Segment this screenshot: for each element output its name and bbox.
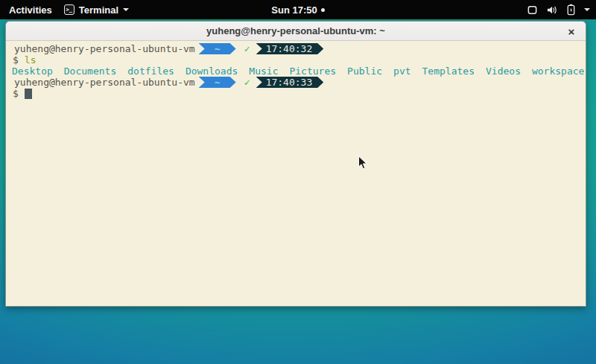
notification-dot-icon <box>321 8 325 12</box>
top-bar-left: Activities >_ Terminal <box>0 4 129 16</box>
window-title: yuheng@henry-personal-ubuntu-vm: ~ <box>206 25 385 36</box>
prompt-line-2: yuheng@henry-personal-ubuntu-vm ~ ✓ 17:4… <box>9 77 583 88</box>
prompt-time: 17:40:32 <box>266 43 313 54</box>
directory-name: Videos <box>486 66 521 77</box>
desktop: Activities >_ Terminal Sun 17:50 <box>0 0 596 364</box>
terminal-app-icon: >_ <box>64 4 74 15</box>
app-menu-terminal[interactable]: >_ Terminal <box>64 4 129 16</box>
directory-name: Templates <box>422 66 475 77</box>
window-titlebar[interactable]: yuheng@henry-personal-ubuntu-vm: ~ × <box>6 22 586 41</box>
top-bar: Activities >_ Terminal Sun 17:50 <box>0 0 596 19</box>
prompt-time-segment: 17:40:32 <box>256 43 324 54</box>
terminal-cursor <box>25 89 32 99</box>
prompt-user: yuheng@henry-personal-ubuntu-vm <box>14 77 195 88</box>
prompt-path-segment: ~ <box>199 43 236 54</box>
prompt-symbol: $ <box>13 88 19 99</box>
activities-button[interactable]: Activities <box>7 4 54 16</box>
prompt-symbol: $ <box>13 54 19 66</box>
prompt-path: ~ <box>215 43 221 54</box>
command-line-1: $ ls <box>9 54 583 66</box>
caret-down-icon <box>123 8 129 11</box>
prompt-user: yuheng@henry-personal-ubuntu-vm <box>14 43 195 54</box>
terminal-content[interactable]: yuheng@henry-personal-ubuntu-vm ~ ✓ 17:4… <box>6 41 586 307</box>
directory-name: pvt <box>393 66 410 77</box>
prompt-path: ~ <box>215 77 221 88</box>
prompt-time: 17:40:33 <box>266 77 313 88</box>
ls-output-line: Desktop Documents dotfiles Downloads Mus… <box>9 66 583 77</box>
screen-icon <box>527 4 538 16</box>
directory-name: Public <box>347 66 382 77</box>
command-text: ls <box>25 54 37 66</box>
prompt-time-segment: 17:40:33 <box>256 77 324 88</box>
directory-name: dotfiles <box>127 66 174 77</box>
directory-name: Documents <box>64 66 116 77</box>
caret-down-icon <box>584 8 590 11</box>
close-icon[interactable]: × <box>563 23 580 39</box>
terminal-window: yuheng@henry-personal-ubuntu-vm: ~ × yuh… <box>5 21 586 307</box>
battery-charging-icon <box>566 4 576 16</box>
clock-button[interactable]: Sun 17:50 <box>271 4 317 16</box>
directory-name: Music <box>249 66 278 77</box>
status-check-icon: ✓ <box>241 77 253 88</box>
status-check-icon: ✓ <box>241 43 253 54</box>
command-line-2: $ <box>9 88 583 99</box>
system-status-area[interactable] <box>527 0 590 19</box>
directory-name: Pictures <box>289 66 336 77</box>
app-menu-label: Terminal <box>79 4 118 16</box>
prompt-path-segment: ~ <box>199 77 236 88</box>
volume-icon <box>546 4 558 16</box>
directory-name: Desktop <box>12 66 53 77</box>
directory-name: workspace <box>532 66 584 77</box>
directory-name: Downloads <box>186 66 238 77</box>
prompt-line-1: yuheng@henry-personal-ubuntu-vm ~ ✓ 17:4… <box>9 43 583 54</box>
